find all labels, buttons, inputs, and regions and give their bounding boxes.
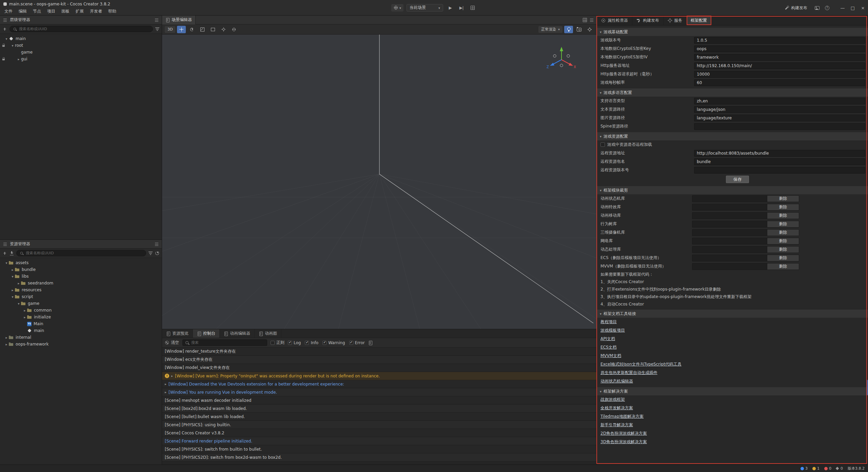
config-input[interactable]: framework: [694, 54, 865, 61]
lock-icon[interactable]: [2, 57, 5, 60]
sort-icon[interactable]: [149, 252, 153, 255]
inspector-tab[interactable]: 服务: [664, 16, 687, 25]
expand-arrow-icon[interactable]: [4, 342, 9, 346]
error-count-badge[interactable]: 0: [824, 466, 831, 471]
inspector-tab[interactable]: 构建发布: [632, 16, 664, 25]
inspector-tab[interactable]: 框架配置: [687, 16, 711, 25]
expand-arrow-icon[interactable]: [10, 275, 15, 278]
doc-link[interactable]: ECS文档: [597, 343, 868, 352]
section-header-language[interactable]: 游戏多语言配置: [597, 88, 868, 97]
build-publish-button[interactable]: 构建发布: [785, 5, 807, 11]
expand-arrow-icon[interactable]: [165, 390, 166, 394]
scale-tool-button[interactable]: [198, 26, 207, 33]
expand-arrow-icon[interactable]: [22, 315, 27, 319]
config-input[interactable]: [694, 167, 865, 174]
inspector-scrollbar-thumb[interactable]: [866, 380, 868, 395]
doc-link[interactable]: API文档: [597, 335, 868, 343]
warning-count-badge[interactable]: 1: [812, 466, 820, 471]
bottom-tab[interactable]: 资源预览: [162, 329, 193, 338]
console-log-row[interactable]: [Window] You are running Vue in developm…: [162, 388, 597, 396]
delete-module-button[interactable]: 删除: [767, 263, 799, 270]
hierarchy-search[interactable]: [9, 26, 153, 32]
window-control-button[interactable]: □: [848, 0, 858, 16]
console-log-row[interactable]: [Scene] [PHYSICS]: switch from builtin t…: [162, 445, 597, 453]
delete-module-button[interactable]: 删除: [767, 204, 799, 210]
expand-arrow-icon[interactable]: [16, 302, 21, 306]
console-log-row[interactable]: [Window] model_view文件夹存在: [162, 364, 597, 372]
save-button[interactable]: 保存: [726, 176, 749, 183]
menu-item[interactable]: 帮助: [105, 8, 119, 15]
console-log-row[interactable]: [Window] ecs文件夹存在: [162, 356, 597, 364]
config-input[interactable]: language/texture: [694, 115, 865, 121]
bottom-tab[interactable]: 控制台: [193, 329, 220, 338]
asset-node-row[interactable]: assets: [0, 259, 162, 266]
menu-item[interactable]: 开发者: [87, 8, 105, 15]
hierarchy-node-row[interactable]: main: [0, 35, 162, 42]
asset-node-row[interactable]: initialize: [0, 314, 162, 320]
panel-layout-icon[interactable]: [583, 18, 587, 22]
expand-arrow-icon[interactable]: [4, 37, 9, 41]
log-count-badge[interactable]: 3: [801, 466, 808, 471]
expand-arrow-icon[interactable]: [10, 295, 15, 299]
asset-node-row[interactable]: seedrandom: [0, 280, 162, 287]
move-tool-button[interactable]: [177, 26, 186, 33]
delete-module-button[interactable]: 删除: [767, 221, 799, 227]
console-log-row[interactable]: [Scene] [box2d]:box2d wasm lib loaded.: [162, 405, 597, 413]
solution-link[interactable]: 新手引导解决方案: [597, 421, 868, 429]
menu-item[interactable]: 节点: [30, 8, 44, 15]
platform-selector[interactable]: [391, 4, 403, 12]
scene-light-toggle[interactable]: [564, 26, 573, 33]
delete-module-button[interactable]: 删除: [767, 238, 799, 244]
expand-arrow-icon[interactable]: [4, 336, 9, 339]
pivot-toggle-button[interactable]: [219, 26, 228, 33]
asset-node-row[interactable]: internal: [0, 334, 162, 341]
hierarchy-search-input[interactable]: [19, 27, 150, 31]
render-mode-select[interactable]: 正常渲染: [538, 26, 563, 33]
config-input[interactable]: oops: [694, 45, 865, 52]
expand-arrow-icon[interactable]: [171, 374, 173, 378]
console-log-row[interactable]: [Scene] Forward render pipeline initiali…: [162, 437, 597, 445]
panel-menu-icon[interactable]: [3, 242, 7, 247]
solution-link[interactable]: Tiledmap地图解决方案: [597, 412, 868, 421]
create-asset-button[interactable]: [2, 251, 7, 256]
console-log-row[interactable]: [Scene] meshopt wasm decoder initialized: [162, 396, 597, 405]
console-search-input[interactable]: [191, 340, 265, 345]
doc-link[interactable]: Excel格式转Json文件与TypeScript代码工具: [597, 360, 868, 369]
delete-module-button[interactable]: 删除: [767, 255, 799, 261]
section-header-basic[interactable]: 游戏基础配置: [597, 28, 868, 36]
step-button[interactable]: ▶|: [457, 4, 466, 12]
expand-arrow-icon[interactable]: [10, 288, 15, 292]
hierarchy-node-row[interactable]: root: [0, 42, 162, 49]
assets-search-input[interactable]: [26, 251, 143, 255]
section-header-docs[interactable]: 框架文档工具链接: [597, 310, 868, 318]
solution-link[interactable]: 战旗游戏框架: [597, 395, 868, 404]
play-button[interactable]: ▶: [446, 4, 454, 12]
asset-node-row[interactable]: script: [0, 293, 162, 300]
asset-node-row[interactable]: libs: [0, 273, 162, 280]
console-filter-checkbox[interactable]: Error: [349, 340, 365, 345]
bottom-tab[interactable]: 动画图: [255, 329, 281, 338]
expand-arrow-icon[interactable]: [4, 261, 9, 265]
lock-icon[interactable]: [2, 43, 5, 47]
asset-node-row[interactable]: Main: [0, 320, 162, 327]
delete-module-button[interactable]: 删除: [767, 213, 799, 219]
config-input[interactable]: http://192.168.0.150/main/: [694, 62, 865, 69]
asset-node-row[interactable]: resources: [0, 287, 162, 293]
expand-arrow-icon[interactable]: [10, 44, 15, 47]
asset-node-row[interactable]: game: [0, 300, 162, 307]
help-button[interactable]: [825, 6, 829, 10]
doc-link[interactable]: MVVM文档: [597, 352, 868, 360]
config-input[interactable]: bundle: [694, 158, 865, 165]
solution-link[interactable]: 3D角色扮演游戏解决方案: [597, 438, 868, 446]
console-log-row[interactable]: [Window] [Vue warn]: Property "onInput" …: [162, 372, 597, 380]
hierarchy-node-row[interactable]: game: [0, 49, 162, 56]
doc-link[interactable]: 动画状态机编辑器: [597, 377, 868, 386]
expand-arrow-icon[interactable]: [22, 309, 27, 312]
console-log-row[interactable]: [Window] Download the Vue Devtools exten…: [162, 380, 597, 388]
regex-checkbox[interactable]: 正则: [271, 340, 284, 346]
inspector-tab[interactable]: 属性检查器: [597, 16, 632, 25]
hierarchy-node-row[interactable]: gui: [0, 56, 162, 62]
config-input[interactable]: 10000: [694, 71, 865, 78]
doc-link[interactable]: 原生包热更新配置自动生成插件: [597, 369, 868, 377]
console-log-row[interactable]: [Scene] Cocos Creator v3.8.2: [162, 429, 597, 437]
